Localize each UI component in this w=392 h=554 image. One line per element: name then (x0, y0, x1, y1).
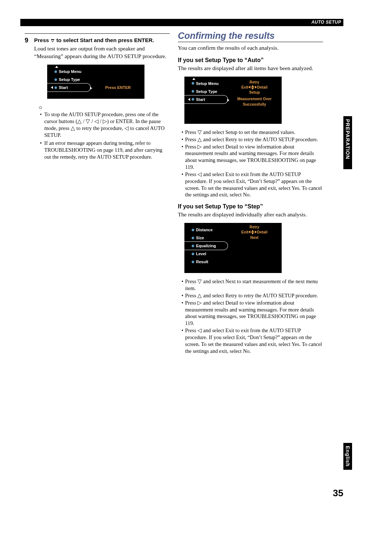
nav-panel: Retry Exit Detail Next (231, 224, 278, 240)
menu-item: Setup Menu (59, 69, 81, 74)
menu-item: Distance (196, 228, 213, 232)
step-body: The results are displayed individually a… (178, 211, 323, 219)
menu-bullet-icon (192, 261, 194, 263)
side-tab-english: English (343, 443, 352, 470)
left-column: 9 Press to select Start and then press E… (25, 33, 170, 161)
step-title-post: to select Start and then press ENTER. (55, 37, 154, 43)
sub-heading-auto: If you set Setup Type to “Auto” (178, 57, 323, 64)
page-number: 35 (333, 488, 343, 499)
nav-left-icon (248, 86, 250, 89)
bullet-item: Press ◁ and select Exit to exit from the… (181, 327, 323, 354)
step-number: 9 (25, 37, 34, 161)
nav-up-icon (251, 85, 254, 87)
status-line-1: Measurement Over (231, 96, 278, 101)
right-column: Confirming the results You can confirm t… (178, 30, 323, 355)
note-item: If an error message appears during testi… (41, 140, 170, 160)
nav-down-label: Setup (231, 90, 278, 95)
selection-pill (47, 83, 91, 92)
bullet-item: Press ▽ and select Setup to set the meas… (181, 129, 323, 136)
bullet-item: Press △ and select Retry to retry the AU… (181, 136, 323, 143)
menu-item: Result (196, 260, 208, 264)
nav-left-label: Exit (241, 229, 248, 235)
bullet-item: Press ▽ and select Next to start measure… (181, 278, 323, 292)
menu-bullet-icon (192, 90, 194, 93)
selection-pill (184, 95, 228, 104)
osd-screen-auto: Setup Menu Setup Type Start Retry Exit D… (184, 77, 282, 124)
nav-up-label: Retry (231, 80, 278, 85)
menu-item: Setup Type (59, 77, 80, 82)
hint-icon: ☼ (38, 104, 170, 110)
step-title-pre: Press (34, 37, 50, 43)
right-arrow-icon (227, 99, 229, 102)
auto-body: The results are displayed after all item… (178, 65, 323, 72)
rule (25, 33, 170, 34)
menu-bullet-icon (192, 82, 194, 85)
menu-bullet-icon (54, 78, 57, 81)
nav-up-icon (251, 230, 254, 232)
bullet-item: Press ▷ and select Detail to view inform… (181, 300, 323, 327)
nav-up-label: Retry (231, 224, 278, 229)
bullet-item: Press ▷ and select Detail to view inform… (181, 143, 323, 171)
bullet-item: Press △ and select Retry to retry the AU… (181, 292, 323, 299)
nav-panel: Retry Exit Detail Setup Measurement Over… (231, 80, 278, 107)
note-item: To stop the AUTO SETUP procedure, press … (41, 111, 170, 139)
section-title: Confirming the results (178, 30, 323, 42)
nav-down-label: Next (231, 235, 278, 240)
menu-item: Setup Type (196, 89, 217, 94)
menu-item: Level (196, 252, 206, 256)
menu-bullet-icon (192, 229, 194, 231)
nav-right-label: Detail (257, 229, 268, 235)
osd-screen-step: Distance Size Equalizing Level Result Re… (184, 223, 282, 273)
status-line-2: Successfully (231, 102, 278, 107)
auto-bullet-list: Press ▽ and select Setup to set the meas… (181, 129, 323, 198)
notes-list: To stop the AUTO SETUP procedure, press … (41, 111, 170, 160)
right-arrow-icon (90, 87, 92, 90)
down-arrow-icon (51, 39, 54, 42)
osd-screen-start: Setup Menu Setup Type Start Press ENTER (47, 65, 144, 99)
menu-bullet-icon (192, 237, 194, 239)
nav-down-icon (251, 232, 254, 235)
menu-item: Setup Menu (196, 81, 219, 86)
nav-left-label: Exit (241, 85, 248, 90)
menu-item: Size (196, 236, 204, 240)
selection-pill (184, 241, 228, 250)
menu-bullet-icon (192, 253, 194, 255)
press-enter-label: Press ENTER (105, 85, 131, 90)
nav-right-label: Detail (257, 85, 268, 90)
bullet-item: Press ◁ and select Exit to exit from the… (181, 171, 323, 198)
section-intro: You can confirm the results of each anal… (178, 44, 323, 52)
step-body-text: Loud test tones are output from each spe… (34, 45, 170, 60)
step-title: Press to select Start and then press ENT… (34, 37, 170, 44)
nav-down-icon (251, 87, 254, 90)
step-bullet-list: Press ▽ and select Next to start measure… (181, 278, 323, 354)
step-9: 9 Press to select Start and then press E… (25, 37, 170, 161)
header-section-label: AUTO SETUP (311, 20, 341, 25)
page-header-bar: AUTO SETUP (20, 19, 343, 26)
sub-heading-step: If you set Setup Type to “Step” (178, 203, 323, 210)
menu-bullet-icon (54, 70, 57, 73)
nav-left-icon (248, 231, 250, 233)
side-tab-preparation: PREPARATION (343, 116, 352, 169)
